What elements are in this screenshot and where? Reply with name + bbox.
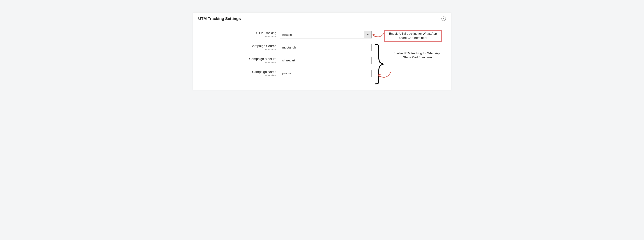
label-scope: [store view]	[198, 48, 276, 51]
label-utm-tracking: UTM Tracking [store view]	[198, 31, 280, 38]
utm-tracking-select[interactable]: Enable	[280, 31, 372, 38]
annotation-callout-1: Enable UTM tracking for WhatsApp Share C…	[384, 30, 442, 42]
utm-tracking-select-wrap: Enable	[280, 31, 372, 38]
label-text: Campaign Source	[250, 44, 276, 48]
panel-header: UTM Tracking Settings	[198, 16, 446, 21]
annotation-callout-2: Enable UTM tracking for WhatsApp Share C…	[389, 50, 446, 61]
campaign-source-input[interactable]	[280, 44, 372, 52]
label-scope: [store view]	[198, 61, 276, 64]
campaign-medium-input[interactable]	[280, 57, 372, 64]
label-text: UTM Tracking	[256, 31, 276, 35]
label-campaign-medium: Campaign Medium [store view]	[198, 57, 280, 64]
panel-title: UTM Tracking Settings	[198, 16, 241, 21]
label-scope: [store view]	[198, 35, 276, 38]
collapse-button[interactable]	[442, 16, 446, 21]
label-campaign-name: Campaign Name [store view]	[198, 70, 280, 77]
label-campaign-source: Campaign Source [store view]	[198, 44, 280, 51]
form-rows: UTM Tracking [store view] Enable	[198, 31, 446, 77]
label-text: Campaign Name	[252, 70, 276, 74]
label-text: Campaign Medium	[249, 57, 276, 61]
label-scope: [store view]	[198, 74, 276, 77]
row-campaign-name: Campaign Name [store view]	[198, 70, 446, 77]
campaign-name-input[interactable]	[280, 70, 372, 77]
settings-panel: UTM Tracking Settings UTM Tracking [stor…	[192, 12, 452, 90]
chevron-up-icon	[442, 18, 445, 20]
